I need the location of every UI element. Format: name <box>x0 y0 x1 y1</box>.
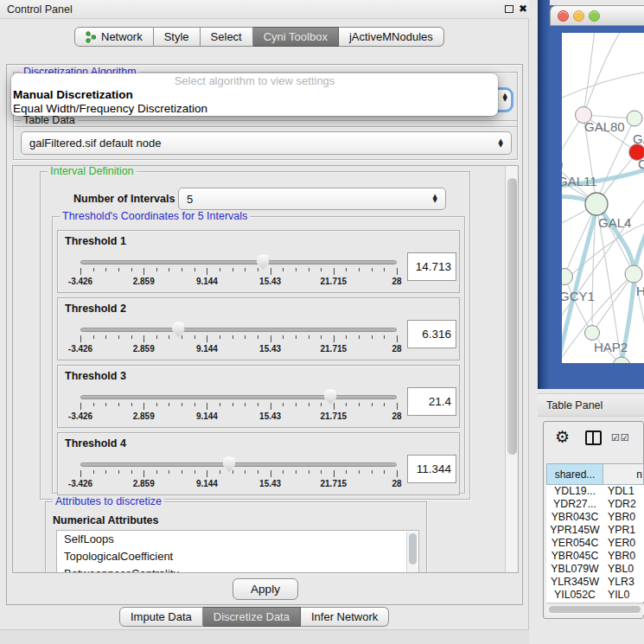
numerical-attributes-list: SelfLoops TopologicalCoefficient Between… <box>56 530 419 573</box>
tick-mark <box>207 268 207 275</box>
table-row[interactable]: YDR27...YDR2 <box>546 498 644 511</box>
tick-mark <box>334 268 335 275</box>
table-row[interactable]: YIL052CYIL0 <box>546 589 644 602</box>
close-button[interactable] <box>558 10 569 22</box>
node-label-gal80: GAL80 <box>584 119 625 134</box>
list-item-betweennesscentrality[interactable]: BetweennessCentrality <box>57 565 418 573</box>
minimize-button[interactable] <box>573 10 584 22</box>
control-panel: Control Panel ✖ Network Style Select Cyn… <box>0 0 529 644</box>
node-unlabeled-top-right[interactable] <box>627 111 642 126</box>
tick-mark <box>245 268 245 271</box>
tick-mark <box>131 268 132 271</box>
table-row[interactable]: YLR345WYLR3 <box>546 576 644 589</box>
tick-mark <box>233 403 233 406</box>
scrollbar-thumb[interactable] <box>507 178 517 455</box>
tick-mark <box>258 335 258 339</box>
node-hap2[interactable] <box>585 326 600 341</box>
node-h[interactable] <box>625 265 642 283</box>
threshold-4-value-field[interactable]: 11.344 <box>407 455 456 483</box>
tab-jactivemnodules[interactable]: jActiveMNodules <box>339 27 444 47</box>
tick-mark <box>118 403 119 406</box>
node-gal11[interactable] <box>562 157 563 174</box>
tab-impute-data[interactable]: Impute Data <box>119 607 203 627</box>
node-label-h: H <box>636 284 644 298</box>
table-data-combobox-value: galFiltered.sif default node <box>29 137 161 150</box>
cyni-toolbox-panel: Discretization Algorithm ▲▼ Select algor… <box>6 64 523 605</box>
tick-mark <box>182 403 182 406</box>
network-window-titlebar[interactable] <box>550 5 644 26</box>
apply-button[interactable]: Apply <box>233 578 298 600</box>
tab-network-label: Network <box>101 30 143 43</box>
node-gcy1[interactable] <box>562 269 573 285</box>
threshold-2-tick-labels: -3.426 2.859 9.144 15.43 21.715 28 <box>80 344 397 354</box>
tick-mark <box>283 268 284 271</box>
tick-mark <box>118 335 119 339</box>
tick-mark <box>105 470 106 474</box>
tick-mark <box>194 335 195 339</box>
threshold-1-slider-track[interactable] <box>80 260 397 265</box>
list-item-selfloops[interactable]: SelfLoops <box>57 531 418 548</box>
number-of-intervals-combobox[interactable]: 5 ▲▼ <box>178 188 446 210</box>
tab-discretize-data[interactable]: Discretize Data <box>203 607 301 627</box>
zoom-button[interactable] <box>589 10 600 22</box>
gear-icon[interactable]: ⚙ <box>555 427 570 446</box>
scrollbar-thumb[interactable] <box>549 606 641 613</box>
column-header-name[interactable]: n <box>603 463 644 485</box>
threshold-2-value-field[interactable]: 6.316 <box>407 320 456 348</box>
node-bottom-partial[interactable] <box>613 357 630 363</box>
tick-mark <box>169 335 169 339</box>
tick-mark <box>105 335 106 339</box>
tick-mark <box>131 403 132 406</box>
tick-mark <box>372 470 373 474</box>
tab-cyni-toolbox[interactable]: Cyni Toolbox <box>253 27 339 47</box>
tick-mark <box>207 403 207 410</box>
column-layout-icon[interactable] <box>585 430 602 445</box>
node-gal4[interactable] <box>585 193 608 215</box>
threshold-1-value-field[interactable]: 14.713 <box>407 252 456 281</box>
tab-infer-network[interactable]: Infer Network <box>301 607 389 627</box>
tick-mark <box>346 335 347 339</box>
tick-mark <box>220 470 220 474</box>
tick-mark <box>258 268 258 271</box>
tick-mark <box>80 403 81 410</box>
popup-option-manual-discretization[interactable]: Manual Discretization <box>11 88 498 102</box>
tick-mark <box>143 268 144 275</box>
threshold-2-slider-track[interactable] <box>80 328 397 332</box>
list-item-topologicalcoefficient[interactable]: TopologicalCoefficient <box>57 548 418 565</box>
tick-mark <box>296 470 296 474</box>
table-row[interactable]: YBR043CYBR0 <box>546 511 644 524</box>
threshold-4-panel: Threshold 4 -3.426 2.859 9.144 15.43 21.… <box>57 432 460 495</box>
threshold-4-slider-track[interactable] <box>80 462 397 467</box>
tick-mark <box>105 268 106 271</box>
threshold-3-value-field[interactable]: 21.4 <box>407 387 456 416</box>
tick-mark <box>156 470 157 474</box>
tick-mark <box>220 268 220 271</box>
settings-vertical-scrollbar[interactable] <box>505 166 518 572</box>
tick-mark <box>309 470 309 474</box>
tab-select[interactable]: Select <box>201 27 253 47</box>
table-row[interactable]: YPR145WYPR1 <box>546 524 644 537</box>
tick-mark <box>321 335 322 339</box>
tab-network[interactable]: Network <box>74 27 154 47</box>
column-header-shared-name[interactable]: shared... <box>546 463 603 485</box>
tick-mark <box>169 470 169 474</box>
threshold-3-slider-track[interactable] <box>80 395 397 399</box>
scrollbar-thumb[interactable] <box>409 533 417 564</box>
node-label-hap2: HAP2 <box>594 340 628 354</box>
float-window-icon[interactable] <box>505 5 513 13</box>
attributes-list-scrollbar[interactable] <box>406 532 418 573</box>
thresholds-title: Threshold's Coordinates for 5 Intervals <box>60 210 250 222</box>
table-row[interactable]: YBL079WYBL0 <box>546 563 644 576</box>
tick-mark <box>182 335 182 339</box>
select-columns-icon[interactable]: ☑☑ <box>611 432 630 443</box>
tick-mark <box>131 470 132 474</box>
table-row[interactable]: YDL19...YDL1 <box>546 485 644 498</box>
tick-mark <box>372 403 373 406</box>
table-data-combobox[interactable]: galFiltered.sif default node ▲▼ <box>21 131 512 155</box>
popup-option-equal-width-frequency[interactable]: Equal Width/Frequency Discretization <box>11 102 498 116</box>
tab-style[interactable]: Style <box>154 27 201 47</box>
close-icon[interactable]: ✖ <box>519 3 527 15</box>
table-horizontal-scrollbar[interactable] <box>546 603 644 615</box>
table-row[interactable]: YBR045CYBR0 <box>546 550 644 563</box>
table-row[interactable]: YER054CYER0 <box>546 537 644 550</box>
